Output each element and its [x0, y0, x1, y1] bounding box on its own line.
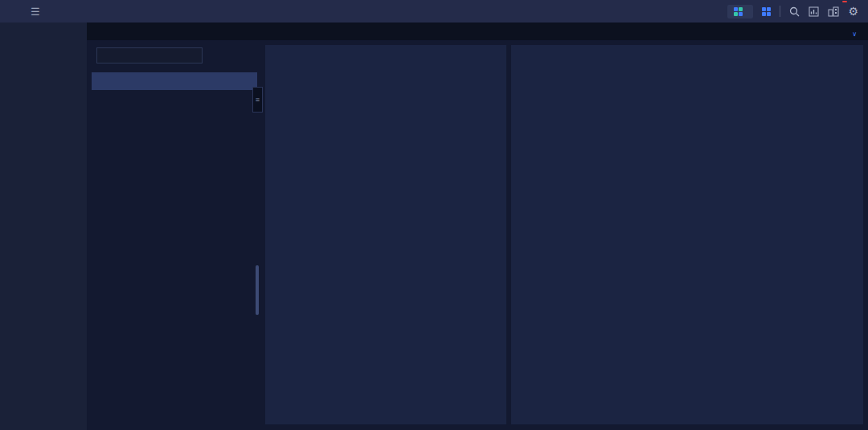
sidebar-nav — [0, 23, 88, 430]
topbar-actions: ⚙ — [727, 5, 858, 18]
apps-grid-icon — [734, 7, 743, 16]
tab-bar: ∨ — [87, 23, 868, 40]
more-actions-button[interactable]: ∨ — [849, 31, 857, 40]
device-name-input[interactable] — [96, 47, 203, 63]
org-alerts-icon[interactable] — [828, 6, 839, 17]
phase-polar-chart — [265, 82, 506, 236]
main-content: ≡ — [87, 40, 868, 430]
report-chart-icon[interactable] — [809, 6, 819, 17]
chevron-down-icon: ∨ — [852, 31, 857, 38]
divider — [780, 6, 780, 17]
notification-badge — [842, 1, 847, 2]
phase-panel — [265, 45, 506, 424]
tree-scrollbar[interactable] — [256, 265, 259, 315]
tree-header — [92, 72, 257, 90]
trend-line-chart — [511, 283, 863, 426]
hamburger-menu-icon[interactable]: ☰ — [31, 6, 40, 18]
device-tree — [92, 72, 257, 90]
settings-gear-icon[interactable]: ⚙ — [848, 5, 858, 18]
workspace-switcher[interactable] — [727, 5, 753, 18]
search-icon[interactable] — [789, 6, 800, 17]
unbalance-panel — [511, 45, 863, 424]
apps-menu-icon[interactable] — [762, 7, 771, 16]
device-search-row — [92, 47, 262, 64]
panel-collapse-handle[interactable]: ≡ — [252, 87, 263, 113]
device-panel: ≡ — [92, 47, 262, 426]
top-header-bar: ☰ ⚙ — [0, 0, 868, 23]
